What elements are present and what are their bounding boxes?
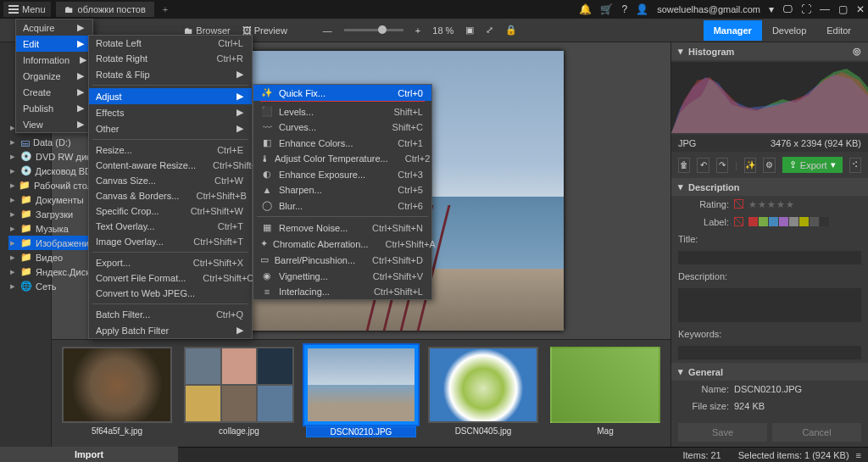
menu-item[interactable]: Image Overlay...Ctrl+Shift+T	[89, 234, 252, 249]
menu-item[interactable]: ⬛Levels...Shift+L	[253, 103, 431, 120]
general-header[interactable]: ▾ General	[671, 363, 868, 381]
menu-item[interactable]: Effects▶	[89, 104, 252, 120]
color-swatch[interactable]	[748, 217, 758, 226]
tab-manager[interactable]: Manager	[704, 20, 762, 41]
cancel-button[interactable]: Cancel	[772, 423, 861, 442]
menu-item[interactable]: 〰Curves...Shift+C	[253, 120, 431, 135]
menu-item[interactable]: ✦Chromatic Aberration...Ctrl+Shift+A	[253, 236, 431, 252]
description-input[interactable]	[678, 288, 861, 322]
menu-item[interactable]: View▶	[16, 116, 92, 132]
import-button[interactable]: Import	[0, 447, 178, 462]
thumbnail[interactable]: DSCN0405.jpg	[428, 347, 538, 436]
menu-item[interactable]: Canvas Size...Ctrl+W	[89, 173, 252, 188]
menu-item[interactable]: Create▶	[16, 84, 92, 100]
new-tab-button[interactable]: +	[163, 4, 168, 14]
color-labels[interactable]	[748, 217, 829, 227]
tab-develop[interactable]: Develop	[762, 20, 816, 41]
tree-item[interactable]: ▸📁Яндекс.Диск	[8, 264, 93, 279]
menu-item[interactable]: Text Overlay...Ctrl+T	[89, 219, 252, 234]
menu-item[interactable]: Batch Filter...Ctrl+Q	[89, 307, 252, 322]
menu-item[interactable]: ◉Vignetting...Ctrl+Shift+V	[253, 268, 431, 284]
menu-item[interactable]: 🌡Adjust Color Temperature...Ctrl+2	[253, 151, 431, 166]
browser-button[interactable]: 🖿 Browser	[184, 25, 230, 36]
export-button[interactable]: ⇪ Export ▾	[782, 157, 843, 173]
status-menu-icon[interactable]: ≡	[856, 450, 861, 460]
color-swatch[interactable]	[799, 217, 809, 226]
document-tab[interactable]: 🖿 обложки постов	[56, 2, 154, 17]
minimize-icon[interactable]: —	[820, 3, 830, 15]
chevron-down-icon[interactable]: ▾	[769, 3, 774, 15]
menu-item[interactable]: ◧Enhance Colors...Ctrl+1	[253, 135, 431, 151]
menu-item[interactable]: Acquire▶	[16, 19, 92, 36]
thumbnail[interactable]: 5f64a5f_k.jpg	[62, 347, 172, 436]
menu-item[interactable]: Resize...Ctrl+E	[89, 142, 252, 158]
menu-item[interactable]: Adjust▶	[89, 88, 252, 104]
save-button[interactable]: Save	[678, 423, 767, 442]
tree-item[interactable]: ▸💿DVD RW дис	[8, 149, 93, 164]
color-swatch[interactable]	[789, 217, 798, 226]
trash-icon[interactable]: 🗑	[678, 158, 690, 173]
color-swatch[interactable]	[769, 217, 778, 226]
menu-item[interactable]: Convert to Web JPEG...	[89, 286, 252, 301]
menu-item[interactable]: Apply Batch Filter▶	[89, 322, 252, 338]
color-swatch[interactable]	[759, 217, 768, 226]
tree-item[interactable]: ▸📁Музыка	[8, 221, 93, 236]
tree-item[interactable]: ▸📁Документы	[8, 192, 93, 207]
menu-item[interactable]: ✨Quick Fix...Ctrl+0	[253, 85, 431, 101]
menu-item[interactable]: Rotate & Flip▶	[89, 66, 252, 82]
menu-item[interactable]: Publish▶	[16, 100, 92, 116]
title-input[interactable]	[678, 251, 861, 264]
rotate-left-icon[interactable]: ↶	[697, 158, 709, 173]
histogram-header[interactable]: ▾ Histogram ◎	[671, 42, 868, 60]
rating-stars[interactable]: ★★★★★	[748, 199, 795, 210]
menu-item[interactable]: ◐Enhance Exposure...Ctrl+3	[253, 166, 431, 182]
zoom-out-icon[interactable]: —	[323, 25, 332, 36]
bell-icon[interactable]: 🔔	[579, 3, 592, 15]
tab-editor[interactable]: Editor	[816, 20, 861, 41]
preview-button[interactable]: 🖼 Preview	[242, 25, 287, 36]
thumbnail[interactable]: Mag	[550, 347, 660, 436]
tree-item[interactable]: ▸📁Видео	[8, 250, 93, 264]
close-icon[interactable]: ✕	[856, 3, 865, 15]
target-icon[interactable]: ◎	[853, 46, 861, 57]
color-swatch[interactable]	[810, 217, 819, 226]
fit-icon[interactable]: ▣	[465, 25, 474, 36]
monitor-icon[interactable]: 🖵	[782, 3, 793, 15]
menu-item[interactable]: ▲Sharpen...Ctrl+5	[253, 182, 431, 198]
menu-item[interactable]: ▭Barrel/Pincushion...Ctrl+Shift+D	[253, 252, 431, 268]
user-email[interactable]: soweluelhas@gmail.com	[657, 4, 760, 14]
main-menu-button[interactable]: Menu	[3, 2, 51, 17]
color-swatch[interactable]	[820, 217, 829, 226]
menu-item[interactable]: Export...Ctrl+Shift+X	[89, 255, 252, 270]
maximize-icon[interactable]: ▢	[838, 3, 848, 15]
tree-item[interactable]: ▸💿Дисковод BD	[8, 164, 93, 178]
menu-item[interactable]: Edit▶	[16, 36, 92, 52]
tree-item[interactable]: ▸📁Изображени	[8, 236, 93, 250]
color-swatch[interactable]	[779, 217, 788, 226]
help-icon[interactable]: ?	[621, 3, 627, 15]
rating-clear-icon[interactable]	[734, 199, 743, 209]
menu-item[interactable]: Specific Crop...Ctrl+Shift+W	[89, 203, 252, 219]
menu-item[interactable]: Organize▶	[16, 68, 92, 84]
actual-size-icon[interactable]: ⤢	[486, 25, 493, 36]
thumbnail[interactable]: collage.jpg	[184, 347, 294, 436]
menu-item[interactable]: ▦Remove Noise...Ctrl+Shift+N	[253, 220, 431, 236]
settings-icon[interactable]: ⚙	[763, 158, 775, 173]
thumbnail-selected[interactable]: DSCN0210.JPG	[306, 347, 416, 437]
keywords-input[interactable]	[678, 346, 861, 359]
menu-item[interactable]: Rotate LeftCtrl+L	[89, 36, 252, 51]
share-icon[interactable]: ⠪	[849, 158, 861, 173]
menu-item[interactable]: Canvas & Borders...Ctrl+Shift+B	[89, 188, 252, 203]
cart-icon[interactable]: 🛒	[600, 3, 613, 15]
fullscreen-icon[interactable]: ⛶	[801, 3, 811, 15]
rotate-right-icon[interactable]: ↷	[716, 158, 728, 173]
tree-item[interactable]: ▸📁Загрузки	[8, 207, 93, 221]
lock-icon[interactable]: 🔒	[505, 25, 517, 36]
zoom-slider[interactable]	[344, 29, 403, 31]
description-header[interactable]: ▾ Description	[671, 178, 868, 196]
menu-item[interactable]: Information▶	[16, 52, 92, 68]
menu-item[interactable]: Other▶	[89, 120, 252, 136]
menu-item[interactable]: Content-aware Resize...Ctrl+Shift+E	[89, 158, 252, 173]
tree-item[interactable]: ▸🖴Data (D:)	[8, 135, 93, 149]
label-clear-icon[interactable]	[734, 217, 743, 226]
